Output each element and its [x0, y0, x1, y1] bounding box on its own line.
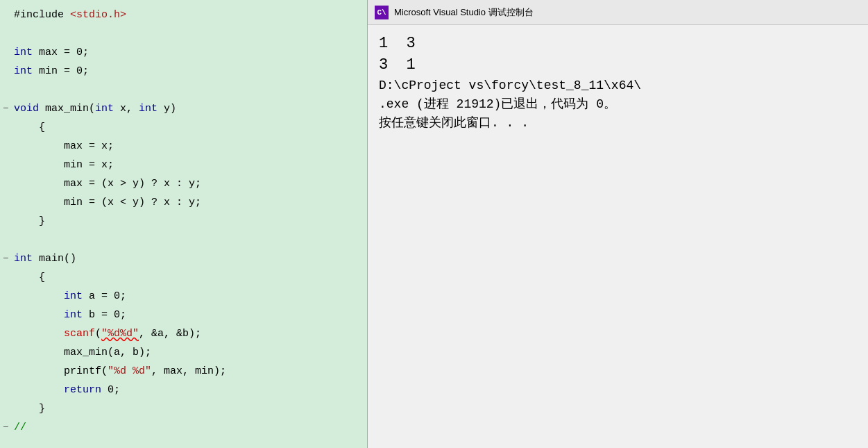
- kw-int-y: int: [139, 103, 158, 115]
- code-line-17: int b = 0;: [0, 306, 367, 324]
- console-icon-text: C\: [377, 8, 386, 17]
- code-line-14: − int main(): [0, 249, 367, 268]
- code-text-15: {: [14, 268, 45, 287]
- code-text-1: #include <stdio.h>: [14, 6, 126, 24]
- code-text-6: void max_min(int x, int y): [14, 99, 176, 118]
- code-line-10: max = (x > y) ? x : y;: [0, 174, 367, 193]
- code-text-7: {: [14, 118, 45, 137]
- console-output-3: D:\cProject vs\forcy\test_8_11\x64\: [379, 76, 857, 95]
- console-body: 1 3 3 1 D:\cProject vs\forcy\test_8_11\x…: [368, 25, 868, 448]
- scanf-fn: scanf: [64, 328, 95, 340]
- code-line-2: [0, 24, 367, 43]
- code-text-19: max_min(a, b);: [14, 343, 151, 362]
- code-line-5: [0, 81, 367, 99]
- kw-int-min: int: [14, 65, 33, 77]
- printf-format: "%d %d": [108, 365, 151, 377]
- console-titlebar: C\ Microsoft Visual Studio 调试控制台: [368, 0, 868, 25]
- console-output-4: .exe (进程 21912)已退出，代码为 0。: [379, 95, 857, 114]
- code-line-21: return 0;: [0, 381, 367, 399]
- code-text-16: int a = 0;: [14, 287, 126, 306]
- code-line-23: − //: [0, 418, 367, 437]
- code-editor: #include <stdio.h> int max = 0; int min …: [0, 0, 368, 448]
- console-title-text: Microsoft Visual Studio 调试控制台: [394, 6, 534, 19]
- code-line-9: min = x;: [0, 156, 367, 174]
- code-line-16: int a = 0;: [0, 287, 367, 306]
- kw-void: void: [14, 103, 39, 115]
- kw-int-main: int: [14, 253, 33, 265]
- code-text-14: int main(): [14, 249, 76, 268]
- code-text-18: scanf("%d%d", &a, &b);: [14, 324, 201, 343]
- code-text-9: min = x;: [14, 156, 114, 174]
- code-text-20: printf("%d %d", max, min);: [14, 362, 226, 381]
- code-line-12: }: [0, 212, 367, 231]
- code-text-21: return 0;: [14, 381, 120, 399]
- code-text-3: int max = 0;: [14, 43, 89, 62]
- code-line-13: [0, 231, 367, 249]
- code-line-20: printf("%d %d", max, min);: [0, 362, 367, 381]
- console-app-icon: C\: [375, 6, 389, 19]
- code-line-6: − void max_min(int x, int y): [0, 99, 367, 118]
- kw-int-a: int: [64, 290, 83, 302]
- code-text-10: max = (x > y) ? x : y;: [14, 174, 201, 193]
- code-line-22: }: [0, 399, 367, 418]
- code-line-4: int min = 0;: [0, 62, 367, 81]
- code-text-23: //: [14, 418, 26, 437]
- code-text-8: max = x;: [14, 137, 114, 156]
- code-line-18: scanf("%d%d", &a, &b);: [0, 324, 367, 343]
- kw-int-x: int: [95, 103, 114, 115]
- code-line-7: {: [0, 118, 367, 137]
- fold-icon-6: −: [3, 99, 14, 118]
- fold-icon-14: −: [3, 249, 14, 268]
- include-path: <stdio.h>: [70, 9, 126, 21]
- code-text-17: int b = 0;: [14, 306, 126, 324]
- code-text-4: int min = 0;: [14, 62, 89, 81]
- kw-return: return: [64, 384, 101, 396]
- code-line-15: {: [0, 268, 367, 287]
- code-text-22: }: [14, 399, 45, 418]
- code-content: #include <stdio.h> int max = 0; int min …: [0, 0, 367, 448]
- code-line-19: max_min(a, b);: [0, 343, 367, 362]
- kw-int-max: int: [14, 47, 33, 58]
- code-text-11: min = (x < y) ? x : y;: [14, 193, 201, 212]
- kw-int-b: int: [64, 309, 83, 321]
- code-line-11: min = (x < y) ? x : y;: [0, 193, 367, 212]
- code-line-3: int max = 0;: [0, 43, 367, 62]
- code-line-8: max = x;: [0, 137, 367, 156]
- code-line-1: #include <stdio.h>: [0, 6, 367, 24]
- console-output-2: 3 1: [379, 55, 857, 76]
- console-output-1: 1 3: [379, 33, 857, 55]
- console-output-5: 按任意键关闭此窗口. . .: [379, 114, 857, 133]
- fold-icon-23: −: [3, 418, 14, 437]
- scanf-format: "%d%d": [101, 328, 139, 340]
- code-text-12: }: [14, 212, 45, 231]
- console-panel: C\ Microsoft Visual Studio 调试控制台 1 3 3 1…: [368, 0, 868, 448]
